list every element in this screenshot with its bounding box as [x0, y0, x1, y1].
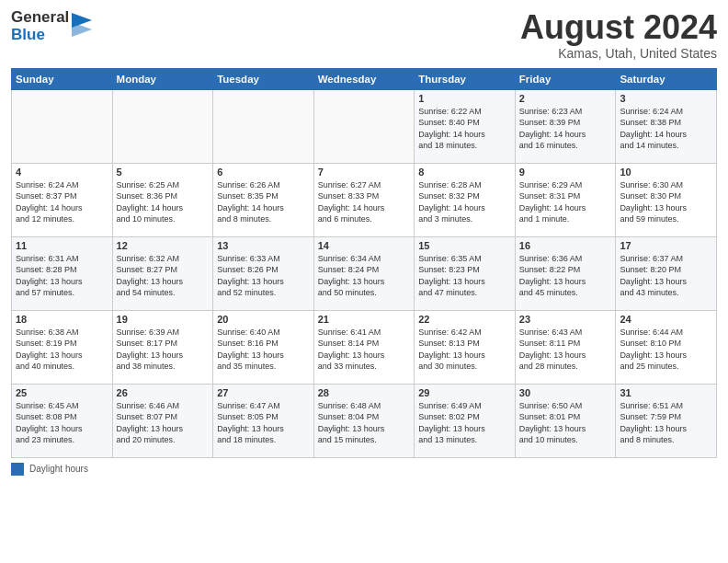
day-info: Sunrise: 6:39 AMSunset: 8:17 PMDaylight:…: [117, 327, 210, 373]
day-cell: 14Sunrise: 6:34 AMSunset: 8:24 PMDayligh…: [313, 236, 415, 310]
day-number: 25: [16, 387, 108, 398]
day-cell: 26Sunrise: 6:46 AMSunset: 8:07 PMDayligh…: [112, 384, 213, 457]
day-info: Sunrise: 6:44 AMSunset: 8:10 PMDaylight:…: [620, 327, 712, 373]
day-info: Sunrise: 6:51 AMSunset: 7:59 PMDaylight:…: [620, 400, 712, 446]
day-cell: 31Sunrise: 6:51 AMSunset: 7:59 PMDayligh…: [616, 384, 717, 457]
day-cell: 22Sunrise: 6:42 AMSunset: 8:13 PMDayligh…: [415, 310, 516, 384]
week-row-1: 1Sunrise: 6:22 AMSunset: 8:40 PMDaylight…: [12, 89, 717, 163]
day-number: 20: [217, 314, 310, 325]
logo-blue-text: Blue: [11, 26, 45, 43]
day-number: 23: [519, 314, 612, 325]
day-number: 22: [418, 314, 511, 325]
title-block: August 2024 Kamas, Utah, United States: [520, 9, 717, 61]
calendar-title: August 2024: [520, 9, 717, 46]
logo-flag-icon: [72, 13, 92, 37]
day-info: Sunrise: 6:45 AMSunset: 8:08 PMDaylight:…: [16, 400, 108, 446]
day-info: Sunrise: 6:38 AMSunset: 8:19 PMDaylight:…: [16, 327, 108, 373]
day-number: 29: [418, 387, 511, 398]
day-cell: 16Sunrise: 6:36 AMSunset: 8:22 PMDayligh…: [515, 236, 616, 310]
day-info: Sunrise: 6:32 AMSunset: 8:27 PMDaylight:…: [117, 253, 210, 299]
calendar-table: SundayMondayTuesdayWednesdayThursdayFrid…: [11, 68, 717, 458]
day-info: Sunrise: 6:42 AMSunset: 8:13 PMDaylight:…: [418, 327, 511, 373]
day-number: 4: [16, 167, 108, 178]
day-info: Sunrise: 6:24 AMSunset: 8:37 PMDaylight:…: [16, 179, 108, 225]
header-cell-thursday: Thursday: [415, 68, 516, 89]
day-number: 24: [620, 314, 712, 325]
day-info: Sunrise: 6:49 AMSunset: 8:02 PMDaylight:…: [418, 400, 511, 446]
legend: Daylight hours: [11, 463, 717, 476]
day-number: 3: [620, 93, 712, 104]
day-info: Sunrise: 6:33 AMSunset: 8:26 PMDaylight:…: [217, 253, 310, 299]
day-info: Sunrise: 6:23 AMSunset: 8:39 PMDaylight:…: [519, 106, 612, 152]
svg-marker-1: [72, 22, 92, 37]
day-number: 13: [217, 240, 310, 251]
day-info: Sunrise: 6:40 AMSunset: 8:16 PMDaylight:…: [217, 327, 310, 373]
day-cell: 9Sunrise: 6:29 AMSunset: 8:31 PMDaylight…: [515, 163, 616, 236]
day-info: Sunrise: 6:36 AMSunset: 8:22 PMDaylight:…: [519, 253, 612, 299]
day-cell: 3Sunrise: 6:24 AMSunset: 8:38 PMDaylight…: [616, 89, 717, 163]
day-number: 5: [117, 167, 210, 178]
day-cell: 24Sunrise: 6:44 AMSunset: 8:10 PMDayligh…: [616, 310, 717, 384]
day-number: 16: [519, 240, 612, 251]
day-number: 26: [117, 387, 210, 398]
calendar-header: SundayMondayTuesdayWednesdayThursdayFrid…: [12, 68, 717, 89]
week-row-3: 11Sunrise: 6:31 AMSunset: 8:28 PMDayligh…: [12, 236, 717, 310]
calendar-body: 1Sunrise: 6:22 AMSunset: 8:40 PMDaylight…: [12, 89, 717, 457]
day-cell: 18Sunrise: 6:38 AMSunset: 8:19 PMDayligh…: [12, 310, 113, 384]
day-cell: [213, 89, 314, 163]
day-cell: [112, 89, 213, 163]
day-info: Sunrise: 6:31 AMSunset: 8:28 PMDaylight:…: [16, 253, 108, 299]
day-number: 6: [217, 167, 310, 178]
day-number: 18: [16, 314, 108, 325]
logo-general-text: General: [11, 8, 69, 26]
day-number: 9: [519, 167, 612, 178]
day-cell: 6Sunrise: 6:26 AMSunset: 8:35 PMDaylight…: [213, 163, 314, 236]
day-info: Sunrise: 6:37 AMSunset: 8:20 PMDaylight:…: [620, 253, 712, 299]
header-cell-tuesday: Tuesday: [213, 68, 314, 89]
day-cell: 2Sunrise: 6:23 AMSunset: 8:39 PMDaylight…: [515, 89, 616, 163]
day-number: 1: [418, 93, 511, 104]
day-cell: 21Sunrise: 6:41 AMSunset: 8:14 PMDayligh…: [313, 310, 415, 384]
day-info: Sunrise: 6:25 AMSunset: 8:36 PMDaylight:…: [117, 179, 210, 225]
header-cell-wednesday: Wednesday: [313, 68, 415, 89]
day-cell: 27Sunrise: 6:47 AMSunset: 8:05 PMDayligh…: [213, 384, 314, 457]
day-number: 14: [318, 240, 411, 251]
day-cell: 7Sunrise: 6:27 AMSunset: 8:33 PMDaylight…: [313, 163, 415, 236]
day-cell: [313, 89, 415, 163]
day-info: Sunrise: 6:22 AMSunset: 8:40 PMDaylight:…: [418, 106, 511, 152]
day-number: 19: [117, 314, 210, 325]
day-number: 27: [217, 387, 310, 398]
logo: General Blue: [11, 9, 92, 43]
header-cell-sunday: Sunday: [12, 68, 113, 89]
day-number: 12: [117, 240, 210, 251]
legend-label: Daylight hours: [29, 464, 88, 474]
header-cell-friday: Friday: [515, 68, 616, 89]
day-cell: 15Sunrise: 6:35 AMSunset: 8:23 PMDayligh…: [415, 236, 516, 310]
day-number: 15: [418, 240, 511, 251]
calendar-subtitle: Kamas, Utah, United States: [520, 46, 717, 61]
day-number: 21: [318, 314, 411, 325]
day-cell: 30Sunrise: 6:50 AMSunset: 8:01 PMDayligh…: [515, 384, 616, 457]
day-number: 11: [16, 240, 108, 251]
day-number: 17: [620, 240, 712, 251]
day-info: Sunrise: 6:46 AMSunset: 8:07 PMDaylight:…: [117, 400, 210, 446]
day-info: Sunrise: 6:27 AMSunset: 8:33 PMDaylight:…: [318, 179, 411, 225]
day-cell: 29Sunrise: 6:49 AMSunset: 8:02 PMDayligh…: [415, 384, 516, 457]
day-info: Sunrise: 6:26 AMSunset: 8:35 PMDaylight:…: [217, 179, 310, 225]
legend-box: [11, 463, 24, 476]
day-info: Sunrise: 6:35 AMSunset: 8:23 PMDaylight:…: [418, 253, 511, 299]
day-info: Sunrise: 6:24 AMSunset: 8:38 PMDaylight:…: [620, 106, 712, 152]
day-cell: 28Sunrise: 6:48 AMSunset: 8:04 PMDayligh…: [313, 384, 415, 457]
main-container: General Blue August 2024 Kamas, Utah, Un…: [0, 0, 728, 483]
day-cell: 17Sunrise: 6:37 AMSunset: 8:20 PMDayligh…: [616, 236, 717, 310]
day-number: 28: [318, 387, 411, 398]
day-number: 30: [519, 387, 612, 398]
day-number: 2: [519, 93, 612, 104]
day-cell: 25Sunrise: 6:45 AMSunset: 8:08 PMDayligh…: [12, 384, 113, 457]
day-info: Sunrise: 6:29 AMSunset: 8:31 PMDaylight:…: [519, 179, 612, 225]
day-cell: 8Sunrise: 6:28 AMSunset: 8:32 PMDaylight…: [415, 163, 516, 236]
day-cell: 1Sunrise: 6:22 AMSunset: 8:40 PMDaylight…: [415, 89, 516, 163]
day-number: 10: [620, 167, 712, 178]
week-row-4: 18Sunrise: 6:38 AMSunset: 8:19 PMDayligh…: [12, 310, 717, 384]
header-cell-saturday: Saturday: [616, 68, 717, 89]
